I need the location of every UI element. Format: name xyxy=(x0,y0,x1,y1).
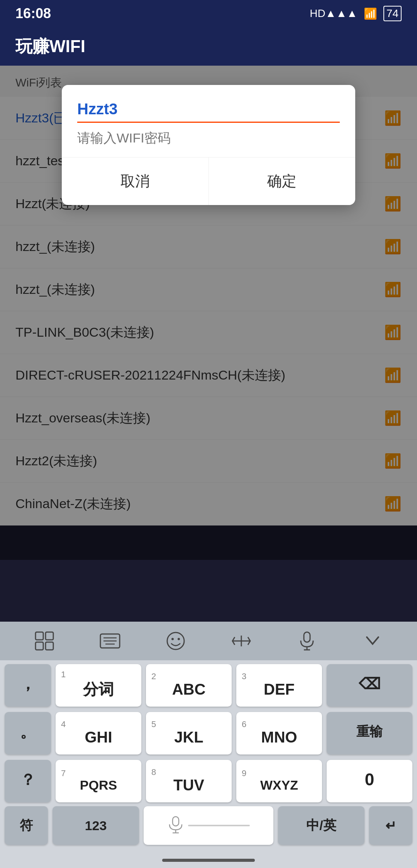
keyboard-row-1: ， 。 ？ 1 分词 2 A xyxy=(5,664,412,802)
key-def[interactable]: 3 DEF xyxy=(236,664,322,707)
key-lang-label: 中/英 xyxy=(306,817,336,834)
home-indicator xyxy=(0,853,417,868)
keyboard-bottom-row: 符 123 中/英 ↵ xyxy=(0,806,417,853)
key-jkl-label: JKL xyxy=(174,729,203,749)
svg-point-10 xyxy=(178,638,180,640)
key-comma[interactable]: ， xyxy=(5,664,51,707)
svg-point-8 xyxy=(167,632,184,649)
svg-rect-3 xyxy=(46,642,53,650)
dialog-title-bar: Hzzt3 xyxy=(62,85,355,118)
wifi-password-input[interactable] xyxy=(77,127,340,149)
keyboard-mic-button[interactable] xyxy=(292,629,322,653)
key-enter-label: ↵ xyxy=(385,818,396,833)
dialog-title: Hzzt3 xyxy=(77,100,117,117)
key-wxyz[interactable]: 9 WXYZ xyxy=(236,760,322,802)
dialog-input-underline xyxy=(77,122,340,123)
key-period[interactable]: 。 xyxy=(5,712,51,754)
home-bar xyxy=(162,859,255,862)
app-title: 玩赚WIFI xyxy=(15,35,85,58)
key-3-num: 3 xyxy=(236,670,246,681)
key-mno[interactable]: 6 MNO xyxy=(236,712,322,754)
wifi-content-area: WiFi列表 Hzzt3(已连接) 📶 hzzt_test(未连接) 📶 Hzz… xyxy=(0,66,417,560)
keyboard-keyboard-button[interactable] xyxy=(95,629,125,653)
key-space-button[interactable] xyxy=(144,806,273,845)
key-8-num: 8 xyxy=(146,766,156,776)
key-abc-label: ABC xyxy=(172,681,206,701)
key-ghi-label: GHI xyxy=(85,729,112,749)
svg-rect-2 xyxy=(36,642,43,650)
key-abc[interactable]: 2 ABC xyxy=(146,664,232,707)
key-ghi[interactable]: 4 GHI xyxy=(56,712,141,754)
key-7-num: 7 xyxy=(56,767,66,778)
key-chongshu-label: 重输 xyxy=(356,723,383,744)
space-underline xyxy=(188,825,250,826)
svg-point-9 xyxy=(171,638,174,640)
key-9-num: 9 xyxy=(236,767,246,778)
status-icons: HD▲▲▲ 📶 74 xyxy=(310,6,402,21)
key-fenci[interactable]: 1 分词 xyxy=(56,664,141,707)
key-pqrs[interactable]: 7 PQRS xyxy=(56,760,141,802)
key-tuv-label: TUV xyxy=(173,776,204,797)
status-time: 16:08 xyxy=(15,5,51,22)
key-chongshu[interactable]: 重输 xyxy=(327,712,412,754)
key-mno-label: MNO xyxy=(261,729,297,749)
key-zero[interactable]: 0 xyxy=(327,760,412,802)
key-jkl[interactable]: 5 JKL xyxy=(146,712,232,754)
wifi-password-dialog: Hzzt3 取消 确定 xyxy=(62,85,355,205)
svg-rect-13 xyxy=(304,632,310,642)
key-tuv[interactable]: 8 TUV xyxy=(146,760,232,802)
key-question[interactable]: ？ xyxy=(5,760,51,802)
key-symbol-button[interactable]: 符 xyxy=(5,806,48,845)
svg-rect-0 xyxy=(36,632,43,640)
signal-icon: HD▲▲▲ xyxy=(310,7,358,20)
key-6-num: 6 xyxy=(236,718,246,729)
key-lang-button[interactable]: 中/英 xyxy=(278,806,364,845)
dialog-cancel-button[interactable]: 取消 xyxy=(62,158,209,205)
key-5-num: 5 xyxy=(146,718,156,729)
battery-icon: 74 xyxy=(383,6,402,21)
keyboard-toolbar xyxy=(0,622,417,660)
key-123-label: 123 xyxy=(85,818,107,833)
key-question-label: ？ xyxy=(20,769,36,793)
mic-small-icon xyxy=(167,816,184,835)
key-1-num: 1 xyxy=(56,668,66,679)
keyboard-rows: ， 。 ？ 1 分词 2 A xyxy=(0,660,417,806)
key-delete-label: ⌫ xyxy=(359,675,381,696)
key-123-button[interactable]: 123 xyxy=(53,806,139,845)
key-4-num: 4 xyxy=(56,718,66,729)
keyboard-cursor-button[interactable] xyxy=(226,629,257,653)
app-header: 玩赚WIFI xyxy=(0,27,417,66)
dialog-buttons: 取消 确定 xyxy=(62,157,355,205)
key-comma-label: ， xyxy=(20,673,36,698)
status-bar: 16:08 HD▲▲▲ 📶 74 xyxy=(0,0,417,27)
dialog-confirm-button[interactable]: 确定 xyxy=(209,158,356,205)
key-symbol-label: 符 xyxy=(20,817,33,834)
dialog-input-section xyxy=(62,118,355,157)
svg-rect-1 xyxy=(46,632,53,640)
key-zero-label: 0 xyxy=(365,770,374,792)
key-enter-button[interactable]: ↵ xyxy=(369,806,412,845)
keyboard-emoji-button[interactable] xyxy=(160,629,191,653)
key-fenci-label: 分词 xyxy=(83,679,114,703)
keyboard-hide-button[interactable] xyxy=(357,629,388,653)
key-delete[interactable]: ⌫ xyxy=(327,664,412,707)
keyboard-grid-button[interactable] xyxy=(29,629,60,653)
key-2-num: 2 xyxy=(146,670,156,681)
key-pqrs-label: PQRS xyxy=(80,778,117,796)
key-def-label: DEF xyxy=(264,681,295,701)
key-wxyz-label: WXYZ xyxy=(260,778,298,796)
svg-rect-16 xyxy=(173,817,179,826)
keyboard: ， 。 ？ 1 分词 2 A xyxy=(0,622,417,868)
key-period-label: 。 xyxy=(20,721,36,746)
wifi-icon: 📶 xyxy=(364,7,377,20)
